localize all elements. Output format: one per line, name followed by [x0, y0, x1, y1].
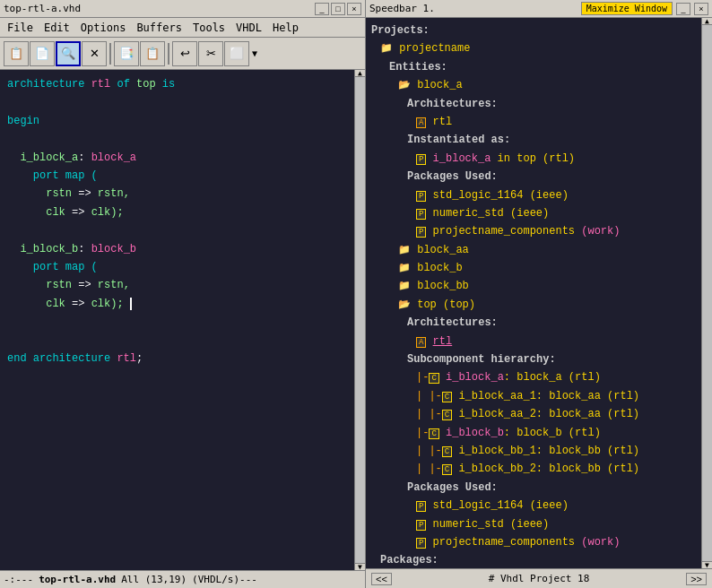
- tree-block-b[interactable]: 📁 block_b: [371, 259, 696, 277]
- tree-arch-label-2: Architectures:: [371, 314, 696, 332]
- speedbar-next-btn[interactable]: >>: [686, 573, 707, 585]
- code-line-4: [7, 130, 347, 148]
- editor-title: top-rtl-a.vhd: [4, 3, 81, 14]
- toolbar-arrow[interactable]: ▼: [250, 48, 259, 58]
- tree-projectname[interactable]: 📁 projectname: [371, 39, 696, 57]
- folder-icon-b: 📁: [398, 263, 411, 273]
- status-file: top-rtl-a.vhd: [39, 574, 116, 585]
- pkg-icon-2: P: [416, 191, 426, 202]
- status-lang: (VHDL/s)---: [192, 574, 257, 585]
- tree-sub-iblock-bb2[interactable]: | |-C i_block_bb_2: block_bb (rtl): [371, 460, 696, 478]
- tree-pkgs-label-1: Packages Used:: [371, 168, 696, 186]
- menu-file[interactable]: File: [2, 20, 39, 36]
- comp-icon-1: C: [429, 373, 438, 384]
- tree-block-aa[interactable]: 📁 block_aa: [371, 241, 696, 259]
- menu-help[interactable]: Help: [267, 20, 304, 36]
- comp-icon-4: C: [429, 428, 438, 439]
- speedbar-scrollbar[interactable]: ▲ ▼: [701, 18, 712, 568]
- speedbar-maximize-btn[interactable]: Maximize Window: [581, 2, 673, 15]
- tree-pkgs-label-2: Packages Used:: [371, 479, 696, 497]
- folder-icon-bb: 📁: [398, 281, 411, 291]
- code-line-11: port map (: [7, 258, 347, 276]
- menu-vhdl[interactable]: VHDL: [230, 20, 267, 36]
- tree-arch-label-1: Architectures:: [371, 95, 696, 113]
- code-line-10: i_block_b: block_b: [7, 240, 347, 258]
- tree-pkg-comp-2[interactable]: P projectname_components (work): [371, 533, 696, 551]
- menu-tools[interactable]: Tools: [187, 20, 230, 36]
- editor-scrollbar[interactable]: ▲ ▼: [354, 70, 365, 570]
- editor-content[interactable]: architecture rtl of top is begin i_block…: [0, 70, 354, 570]
- comp-icon-2: C: [442, 392, 452, 402]
- pkg-icon-6: P: [416, 520, 426, 531]
- arch-icon-1: A: [416, 117, 426, 128]
- pkg-icon-3: P: [416, 209, 426, 220]
- tree-rtl-1[interactable]: A rtl: [371, 113, 696, 131]
- editor-title-bar: top-rtl-a.vhd _ □ ×: [0, 0, 365, 18]
- pkg-icon-7: P: [416, 538, 426, 549]
- code-line-5: i_block_a: block_a: [7, 149, 347, 167]
- code-line-8: clk => clk);: [7, 203, 347, 221]
- code-line-13: clk => clk);: [7, 295, 347, 313]
- tree-projects-label: Projects:: [371, 22, 696, 39]
- tree-packages-label: Packages:: [371, 551, 696, 568]
- tree-block-a[interactable]: 📂 block_a: [371, 76, 696, 94]
- code-line-3: begin: [7, 112, 347, 130]
- tree-sub-iblock-b[interactable]: |-C i_block_b: block_b (rtl): [371, 424, 696, 442]
- speedbar-minimize-btn[interactable]: _: [676, 3, 690, 15]
- tree-instantiated-label: Instantiated as:: [371, 131, 696, 149]
- speedbar-content[interactable]: Projects: 📁 projectname Entities: 📂 bloc…: [366, 18, 701, 568]
- speedbar-prev-btn[interactable]: <<: [371, 573, 392, 585]
- tree-rtl-2[interactable]: A rtl: [371, 333, 696, 350]
- toolbar-btn-2[interactable]: 📄: [30, 41, 55, 66]
- menu-edit[interactable]: Edit: [39, 20, 75, 36]
- tree-pkg-comp-1[interactable]: P projectname_components (work): [371, 222, 696, 240]
- speedbar-close-btn[interactable]: ×: [694, 3, 708, 15]
- code-line-2: [7, 93, 347, 111]
- code-line-16: end architecture rtl;: [7, 350, 347, 368]
- tree-sub-iblock-a[interactable]: |-C i_block_a: block_a (rtl): [371, 368, 696, 386]
- tree-sub-iblock-bb1[interactable]: | |-C i_block_bb_1: block_bb (rtl): [371, 442, 696, 460]
- toolbar-btn-5[interactable]: 📑: [114, 41, 139, 66]
- code-line-6: port map (: [7, 167, 347, 185]
- tree-block-bb[interactable]: 📁 block_bb: [371, 277, 696, 295]
- tree-sub-iblock-aa1[interactable]: | |-C i_block_aa_1: block_aa (rtl): [371, 387, 696, 405]
- toolbar-btn-8[interactable]: ✂: [198, 41, 223, 66]
- speedbar-bottom-center: # Vhdl Project 18: [489, 573, 590, 584]
- tree-top[interactable]: 📂 top (top): [371, 296, 696, 314]
- menu-buffers[interactable]: Buffers: [131, 20, 187, 36]
- speedbar-bottom-bar: << # Vhdl Project 18 >>: [366, 568, 712, 588]
- tree-pkg-std-2[interactable]: P std_logic_1164 (ieee): [371, 497, 696, 514]
- tree-pkg-num-1[interactable]: P numeric_std (ieee): [371, 204, 696, 222]
- editor-status-bar: -:--- top-rtl-a.vhd All (13,19) (VHDL/s)…: [0, 570, 365, 588]
- toolbar-btn-4[interactable]: ✕: [82, 41, 107, 66]
- tree-iblock-a-inst[interactable]: P i_block_a in top (rtl): [371, 150, 696, 168]
- code-line-9: [7, 221, 347, 239]
- menu-options[interactable]: Options: [75, 20, 132, 36]
- speedbar-title-bar: Speedbar 1. Maximize Window _ ×: [366, 0, 712, 18]
- editor-close-btn[interactable]: ×: [347, 3, 361, 15]
- code-line-12: rstn => rstn,: [7, 276, 347, 294]
- toolbar-btn-9[interactable]: ⬜: [224, 41, 249, 66]
- folder-open-icon: 📂: [398, 80, 411, 91]
- tree-pkg-std-1[interactable]: P std_logic_1164 (ieee): [371, 186, 696, 204]
- editor-minimize-btn[interactable]: _: [315, 3, 329, 15]
- code-line-7: rstn => rstn,: [7, 185, 347, 203]
- toolbar: 📋 📄 🔍 ✕ 📑 📋 ↩ ✂ ⬜ ▼: [0, 38, 365, 70]
- toolbar-btn-3[interactable]: 🔍: [56, 41, 81, 66]
- toolbar-btn-7[interactable]: ↩: [172, 41, 197, 66]
- code-line-14: [7, 313, 347, 331]
- tree-sub-iblock-aa2[interactable]: | |-C i_block_aa_2: block_aa (rtl): [371, 405, 696, 423]
- pkg-icon-5: P: [416, 501, 426, 512]
- editor-restore-btn[interactable]: □: [331, 3, 345, 15]
- toolbar-btn-6[interactable]: 📋: [140, 41, 165, 66]
- tree-pkg-num-2[interactable]: P numeric_std (ieee): [371, 515, 696, 533]
- folder-open-icon-top: 📂: [398, 299, 411, 310]
- tree-entities-label: Entities:: [371, 58, 696, 76]
- menu-bar: File Edit Options Buffers Tools VHDL Hel…: [0, 18, 365, 38]
- code-line-15: [7, 331, 347, 349]
- comp-icon-5: C: [442, 446, 452, 457]
- speedbar-title: Speedbar 1.: [369, 3, 435, 14]
- toolbar-btn-1[interactable]: 📋: [4, 41, 29, 66]
- status-mode: -:---: [4, 574, 33, 585]
- comp-icon-6: C: [442, 464, 452, 475]
